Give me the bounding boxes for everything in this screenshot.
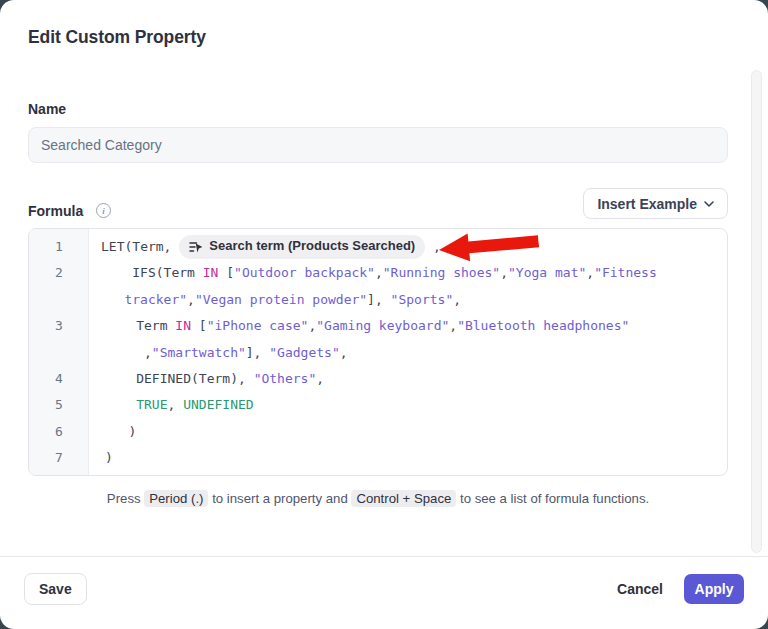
code-text: TRUE, UNDEFINED bbox=[89, 392, 254, 418]
code-token: , bbox=[375, 265, 383, 280]
code-token: "Gadgets" bbox=[269, 345, 339, 360]
code-token: DEFINED(Term), bbox=[136, 371, 253, 386]
code-line: 4DEFINED(Term), "Others", bbox=[29, 366, 727, 392]
footer-divider bbox=[0, 556, 768, 557]
code-token: , bbox=[425, 239, 441, 254]
control-space-kbd: Control + Space bbox=[351, 490, 456, 507]
save-button[interactable]: Save bbox=[24, 573, 87, 605]
code-token: IN bbox=[203, 265, 219, 280]
cancel-button[interactable]: Cancel bbox=[615, 573, 665, 605]
code-token: "Others" bbox=[254, 371, 317, 386]
code-line: 6) bbox=[29, 419, 727, 445]
code-token: "iPhone case" bbox=[207, 318, 309, 333]
insert-example-button[interactable]: Insert Example bbox=[583, 188, 728, 219]
code-token: , bbox=[586, 265, 594, 280]
info-icon[interactable]: i bbox=[96, 203, 111, 218]
code-lines: 1LET(Term, Search term (Products Searche… bbox=[29, 229, 727, 472]
dialog-title: Edit Custom Property bbox=[28, 27, 206, 48]
name-label: Name bbox=[28, 101, 66, 117]
code-token: UNDEFINED bbox=[183, 397, 253, 412]
code-token: Term bbox=[136, 318, 175, 333]
formula-code-editor[interactable]: 1LET(Term, Search term (Products Searche… bbox=[28, 228, 728, 476]
name-input[interactable] bbox=[28, 127, 728, 163]
code-token: IFS(Term bbox=[132, 265, 202, 280]
code-text: LET(Term, Search term (Products Searched… bbox=[89, 234, 441, 260]
code-token: "Outdoor backpack" bbox=[234, 265, 375, 280]
line-number: 4 bbox=[29, 366, 89, 392]
formula-label: Formula bbox=[28, 203, 83, 219]
property-chip[interactable]: Search term (Products Searched) bbox=[179, 235, 425, 259]
code-text: ,"Smartwatch"], "Gadgets", bbox=[89, 340, 348, 366]
code-token: , bbox=[187, 292, 195, 307]
code-line: 1LET(Term, Search term (Products Searche… bbox=[29, 234, 727, 260]
search-term-icon bbox=[189, 240, 203, 254]
code-token: [ bbox=[218, 265, 234, 280]
code-token: ], bbox=[246, 345, 269, 360]
code-token: "Running shoes" bbox=[383, 265, 500, 280]
code-line: 2IFS(Term IN ["Outdoor backpack","Runnin… bbox=[29, 260, 727, 286]
code-line: 5TRUE, UNDEFINED bbox=[29, 392, 727, 418]
code-text: DEFINED(Term), "Others", bbox=[89, 366, 324, 392]
line-number: 2 bbox=[29, 260, 89, 286]
vertical-scrollbar[interactable] bbox=[751, 70, 762, 553]
apply-button[interactable]: Apply bbox=[684, 574, 744, 604]
line-number: 7 bbox=[29, 445, 89, 471]
code-token: TRUE bbox=[136, 397, 167, 412]
code-token: , bbox=[449, 318, 457, 333]
code-token: , bbox=[453, 292, 461, 307]
hint-text: Press bbox=[107, 491, 144, 506]
code-token: ) bbox=[128, 424, 136, 439]
line-number: 1 bbox=[29, 234, 89, 260]
code-token: "Yoga mat" bbox=[508, 265, 586, 280]
line-number: 3 bbox=[29, 313, 89, 339]
line-number bbox=[29, 340, 89, 366]
hint-text: to insert a property and bbox=[208, 491, 351, 506]
code-token: LET(Term, bbox=[101, 239, 179, 254]
code-token: , bbox=[340, 345, 348, 360]
insert-example-label: Insert Example bbox=[597, 196, 697, 212]
code-token: "Smartwatch" bbox=[152, 345, 246, 360]
code-token: [ bbox=[191, 318, 207, 333]
code-token: ], bbox=[367, 292, 390, 307]
code-line: tracker","Vegan protein powder"], "Sport… bbox=[29, 287, 727, 313]
code-token: , bbox=[168, 397, 184, 412]
code-token: tracker" bbox=[124, 292, 187, 307]
code-text: tracker","Vegan protein powder"], "Sport… bbox=[89, 287, 461, 313]
code-token: , bbox=[316, 371, 324, 386]
code-token: "Bluetooth headphones" bbox=[457, 318, 629, 333]
code-token: IN bbox=[175, 318, 191, 333]
formula-hint: Press Period (.) to insert a property an… bbox=[28, 491, 728, 506]
edit-custom-property-dialog: Edit Custom Property Name Formula i Inse… bbox=[0, 0, 768, 629]
code-token: "Vegan protein powder" bbox=[195, 292, 367, 307]
code-line: ,"Smartwatch"], "Gadgets", bbox=[29, 340, 727, 366]
code-text: IFS(Term IN ["Outdoor backpack","Running… bbox=[89, 260, 657, 286]
line-number: 6 bbox=[29, 419, 89, 445]
line-number bbox=[29, 287, 89, 313]
code-line: 7) bbox=[29, 445, 727, 471]
hint-text: to see a list of formula functions. bbox=[456, 491, 649, 506]
code-token: "Gaming keyboard" bbox=[316, 318, 449, 333]
line-number: 5 bbox=[29, 392, 89, 418]
code-line: 3Term IN ["iPhone case","Gaming keyboard… bbox=[29, 313, 727, 339]
property-chip-label: Search term (Products Searched) bbox=[209, 233, 415, 259]
code-token: ) bbox=[105, 450, 113, 465]
code-token: , bbox=[144, 345, 152, 360]
code-token: "Sports" bbox=[391, 292, 454, 307]
code-text: Term IN ["iPhone case","Gaming keyboard"… bbox=[89, 313, 629, 339]
chevron-down-icon bbox=[704, 201, 714, 207]
code-token: "Fitness bbox=[594, 265, 657, 280]
code-text: ) bbox=[89, 445, 113, 471]
code-text: ) bbox=[89, 419, 136, 445]
period-kbd: Period (.) bbox=[144, 490, 208, 507]
code-token: , bbox=[500, 265, 508, 280]
